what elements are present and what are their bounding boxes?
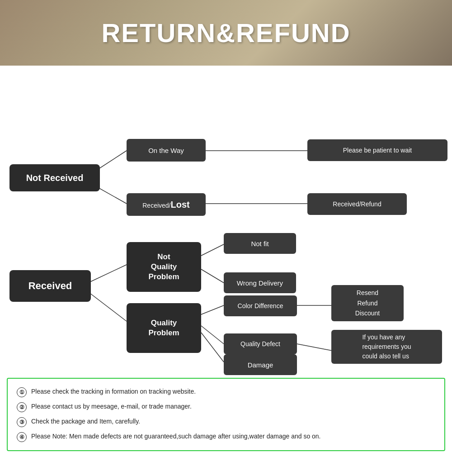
on-the-way-node: On the Way — [127, 139, 206, 162]
main-content: Not Received On the Way Received/Lost Pl… — [0, 66, 452, 460]
svg-line-9 — [201, 326, 224, 344]
color-difference-node: Color Difference — [224, 295, 297, 316]
note-item-1: ① Please check the tracking in formation… — [17, 387, 435, 397]
flowchart-diagram: Not Received On the Way Received/Lost Pl… — [7, 75, 445, 369]
wrong-delivery-node: Wrong Delivery — [224, 272, 296, 293]
svg-line-10 — [201, 333, 224, 362]
page-title: RETURN&REFUND — [101, 18, 350, 48]
quality-problem-node: Quality Problem — [127, 303, 201, 353]
not-fit-node: Not fit — [224, 233, 296, 254]
not-received-node: Not Received — [9, 164, 100, 191]
note-number-3: ③ — [17, 417, 27, 427]
svg-line-4 — [88, 265, 127, 283]
header: RETURN&REFUND — [0, 0, 452, 66]
requirements-node: If you have any requirements you could a… — [331, 330, 442, 364]
please-wait-node: Please be patient to wait — [307, 139, 447, 161]
resend-refund-discount-node: Resend Refund Discount — [331, 285, 404, 321]
note-item-2: ② Please contact us by meesage, e-mail, … — [17, 402, 435, 412]
svg-line-5 — [88, 292, 127, 321]
note-number-2: ② — [17, 402, 27, 412]
note-number-4: ④ — [17, 432, 27, 442]
received-node: Received — [9, 270, 91, 302]
note-item-3: ③ Check the package and Item, carefully. — [17, 417, 435, 427]
quality-defect-node: Quality Defect — [224, 333, 297, 354]
notes-section: ① Please check the tracking in formation… — [7, 378, 445, 451]
svg-line-6 — [201, 244, 224, 256]
svg-line-12 — [297, 344, 332, 351]
received-refund-node: Received/Refund — [307, 193, 407, 215]
svg-line-7 — [201, 269, 224, 283]
note-item-4: ④ Please Note: Men made defects are not … — [17, 432, 435, 442]
connector-lines — [7, 75, 445, 369]
received-lost-node: Received/Lost — [127, 193, 206, 216]
damage-node: Damage — [224, 354, 297, 375]
not-quality-problem-node: Not Quality Problem — [127, 242, 201, 292]
note-number-1: ① — [17, 387, 27, 397]
svg-line-8 — [201, 305, 224, 314]
